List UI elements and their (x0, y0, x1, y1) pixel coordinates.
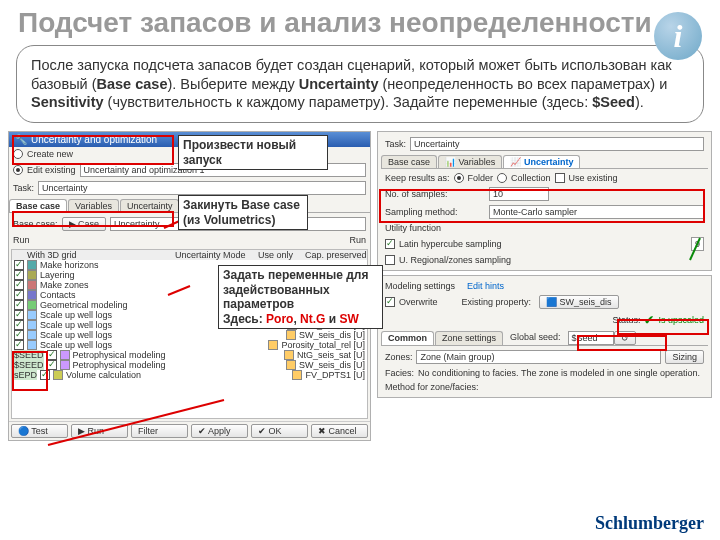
radio-create-new[interactable] (13, 149, 23, 159)
tab-variables-left[interactable]: Variables (68, 199, 119, 212)
tab-variables-r[interactable]: 📊 Variables (438, 155, 502, 168)
tabs-right: Base case 📊 Variables 📈 Uncertainty (381, 155, 708, 169)
schlumberger-logo: Schlumberger (595, 513, 704, 534)
tab-basecase-left[interactable]: Base case (9, 199, 67, 212)
check-regional[interactable] (385, 255, 395, 265)
right-top-panel: Task: Uncertainty Base case 📊 Variables … (377, 131, 712, 271)
description-box: После запуска подсчета запасов будет соз… (16, 45, 704, 124)
tab-uncertainty-left[interactable]: Uncertainty (120, 199, 180, 212)
latin-val[interactable]: 9 (691, 237, 704, 251)
cancel-button[interactable]: ✖ Cancel (311, 424, 368, 438)
existing-prop-btn[interactable]: 🟦 SW_seis_dis (539, 295, 619, 309)
seed-refresh-button[interactable]: ↺ (614, 331, 636, 345)
check-latin[interactable] (385, 239, 395, 249)
sampler-select[interactable]: Monte-Carlo sampler (489, 205, 704, 219)
footer-buttons: 🔵 Test ▶ Run Filter ✔ Apply ✔ OK ✖ Cance… (9, 421, 370, 440)
task-select-left[interactable]: Uncertainty (38, 181, 366, 195)
info-icon: i (654, 12, 702, 60)
tab-uncertainty-r[interactable]: 📈 Uncertainty (503, 155, 580, 168)
radio-edit-existing[interactable] (13, 165, 23, 175)
wrench-icon: 🔧 (15, 134, 27, 145)
sizing-button[interactable]: Sizing (665, 350, 704, 364)
status-upscaled: Is upscaled (658, 315, 704, 325)
tab-basecase-r[interactable]: Base case (381, 155, 437, 168)
callout-new-run: Произвести новый запуск (178, 135, 328, 170)
zones-select[interactable]: Zone (Main group) (416, 350, 661, 364)
task-select-right[interactable]: Uncertainty (410, 137, 704, 151)
right-bottom-panel: Modeling settings Edit hints Overwrite E… (377, 275, 712, 398)
callout-variables: Задать переменные для задействованных па… (218, 265, 383, 329)
callout-basecase: Закинуть Base case (из Volumetrics) (178, 195, 308, 230)
samples-input[interactable]: 10 (489, 187, 549, 201)
apply-button[interactable]: ✔ Apply (191, 424, 248, 438)
label-global-seed: Global seed: (504, 331, 567, 345)
radio-folder[interactable] (454, 173, 464, 183)
radio-collection[interactable] (497, 173, 507, 183)
check-use-existing[interactable] (555, 173, 565, 183)
status-check-icon: ✔ (644, 313, 654, 327)
ok-button[interactable]: ✔ OK (251, 424, 308, 438)
global-seed-input[interactable]: $Seed (568, 331, 614, 345)
filter-button[interactable]: Filter (131, 424, 188, 438)
run-button[interactable]: ▶ Run (71, 424, 128, 438)
slide-title: Подсчет запасов и анализ неопределенност… (0, 0, 720, 41)
tab-zone-settings[interactable]: Zone settings (435, 331, 503, 345)
case-drop-button[interactable]: ▶ Case (62, 217, 107, 231)
check-overwrite[interactable] (385, 297, 395, 307)
edit-hints-link[interactable]: Edit hints (467, 281, 504, 291)
test-button[interactable]: 🔵 Test (11, 424, 68, 438)
tab-common[interactable]: Common (381, 331, 434, 345)
